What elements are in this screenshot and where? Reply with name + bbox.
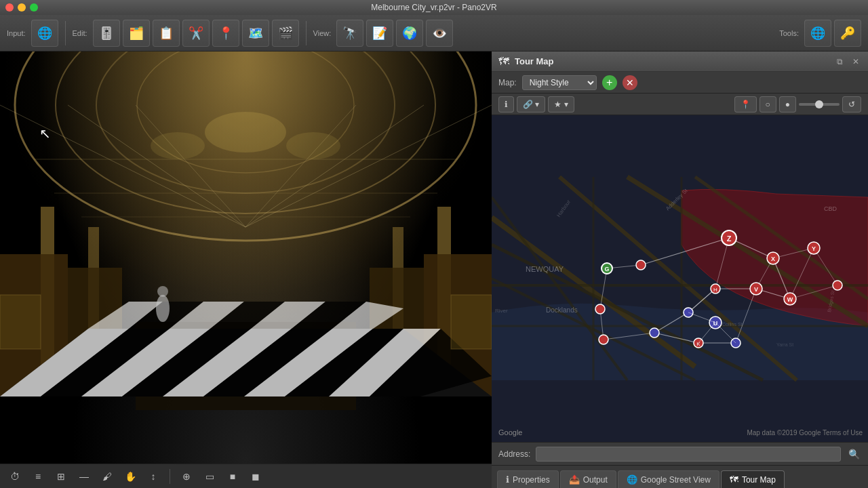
viewer-drag-btn[interactable]: — xyxy=(75,467,94,486)
svg-rect-18 xyxy=(68,268,122,396)
map-background: NEWQUAY Docklands River CBD G xyxy=(492,115,868,442)
svg-rect-13 xyxy=(41,207,54,396)
map-link-btn[interactable]: 🔗 ▾ xyxy=(517,96,545,113)
properties-tabs: ℹ Properties 📤 Output 🌐 Google Street Vi… xyxy=(492,465,868,488)
svg-text:X: X xyxy=(771,256,775,262)
map-pin-btn[interactable]: 📍 xyxy=(734,96,757,113)
edit-btn-2[interactable]: 🗂️ xyxy=(123,20,150,47)
input-label: Input: xyxy=(7,29,26,37)
svg-point-26 xyxy=(205,112,286,152)
address-bar: Address: 🔍 xyxy=(492,442,868,465)
input-btn-1[interactable]: 🌐 xyxy=(31,20,58,47)
viewer-hand-btn[interactable]: ✋ xyxy=(121,467,140,486)
viewer-brush-btn[interactable]: 🖌 xyxy=(98,467,117,486)
svg-text:U: U xyxy=(713,320,718,327)
google-watermark: Google xyxy=(498,428,522,436)
map-controls: Map: Night Style + ✕ xyxy=(492,72,868,94)
pano-background: ↖ xyxy=(0,52,492,464)
address-label: Address: xyxy=(498,449,530,459)
tour-map-close-btn[interactable]: ✕ xyxy=(850,56,861,67)
view-btn-3[interactable]: 🌍 xyxy=(396,20,423,47)
edit-btn-7[interactable]: 🎬 xyxy=(272,20,299,47)
svg-text:W: W xyxy=(787,296,793,303)
viewer-list-btn[interactable]: ≡ xyxy=(28,467,47,486)
svg-text:V: V xyxy=(754,286,758,293)
view-btn-4[interactable]: 👁️ xyxy=(426,20,453,47)
map-terms: Map data ©2019 Google Terms of Use xyxy=(747,429,863,436)
map-reset-btn[interactable]: ↺ xyxy=(842,96,861,113)
map-info-btn[interactable]: ℹ xyxy=(498,96,514,113)
arcade-glow xyxy=(0,52,492,299)
sep-1 xyxy=(65,21,66,45)
viewer-crosshair-btn[interactable]: ⊕ xyxy=(177,467,196,486)
svg-text:NEWQUAY: NEWQUAY xyxy=(526,265,564,273)
map-add-button[interactable]: + xyxy=(602,75,617,90)
svg-line-4 xyxy=(0,105,245,227)
map-icon-bar: ℹ 🔗 ▾ ★ ▾ 📍 ○ ● ↺ xyxy=(492,94,868,115)
properties-icon: ℹ xyxy=(506,474,509,485)
viewer-fill-btn[interactable]: ■ xyxy=(223,467,242,486)
maximize-button[interactable] xyxy=(30,3,38,12)
svg-text:Z: Z xyxy=(727,235,732,243)
tour-map-restore-btn[interactable]: ⧉ xyxy=(834,56,845,67)
svg-rect-21 xyxy=(136,322,356,410)
close-button[interactable] xyxy=(5,3,14,12)
tab-tour-map[interactable]: 🗺 Tour Map xyxy=(721,470,785,488)
viewer-move-btn[interactable]: ↕ xyxy=(144,467,163,486)
tools-btn-1[interactable]: 🌐 xyxy=(804,20,831,47)
viewer-sync-btn[interactable]: ⏱ xyxy=(5,467,24,486)
tab-properties[interactable]: ℹ Properties xyxy=(497,470,559,488)
svg-point-81 xyxy=(599,335,608,344)
edit-btn-4[interactable]: ✂️ xyxy=(182,20,210,47)
view-btn-2[interactable]: 📝 xyxy=(366,20,393,47)
titlebar: Melbourne City_vr.p2vr - Pano2VR xyxy=(0,0,868,15)
edit-btn-3[interactable]: 📋 xyxy=(153,20,180,47)
gsv-icon: 🌐 xyxy=(627,474,637,485)
tools-btn-2[interactable]: 🔑 xyxy=(834,20,861,47)
svg-point-80 xyxy=(595,304,605,314)
svg-rect-20 xyxy=(370,268,424,396)
map-dot-btn[interactable]: ● xyxy=(779,96,796,113)
map-zoom-thumb xyxy=(815,100,823,108)
svg-rect-14 xyxy=(88,227,99,396)
address-search-button[interactable]: 🔍 xyxy=(846,447,861,462)
map-zoom-slider[interactable] xyxy=(799,103,840,106)
edit-btn-1[interactable]: 🎚️ xyxy=(93,20,120,47)
map-star-btn[interactable]: ★ ▾ xyxy=(548,96,574,113)
pano-cursor: ↖ xyxy=(39,125,51,142)
svg-rect-24 xyxy=(0,295,41,349)
svg-rect-25 xyxy=(451,295,492,349)
viewer-rect-btn[interactable]: ▭ xyxy=(200,467,219,486)
svg-point-27 xyxy=(151,132,205,159)
svg-text:Yarra St: Yarra St xyxy=(776,342,793,347)
svg-line-7 xyxy=(245,105,492,227)
tour-map-header: 🗺 Tour Map ⧉ ✕ xyxy=(492,52,868,72)
tab-google-street-view[interactable]: 🌐 Google Street View xyxy=(618,470,719,488)
map-circle-btn[interactable]: ○ xyxy=(760,96,776,113)
viewer-hotspot-btn[interactable]: ◼ xyxy=(246,467,265,486)
svg-point-68 xyxy=(636,260,646,270)
svg-rect-17 xyxy=(0,254,68,396)
address-input[interactable] xyxy=(536,447,841,462)
map-style-select[interactable]: Night Style xyxy=(522,75,597,90)
map-remove-button[interactable]: ✕ xyxy=(623,75,637,90)
svg-point-3 xyxy=(137,52,354,173)
tab-output[interactable]: 📤 Output xyxy=(560,470,616,488)
svg-rect-15 xyxy=(437,207,451,396)
edit-btn-5[interactable]: 📍 xyxy=(212,20,239,47)
pano-viewer[interactable]: ↖ xyxy=(0,52,492,464)
svg-rect-16 xyxy=(393,227,403,396)
map-container[interactable]: NEWQUAY Docklands River CBD G xyxy=(492,115,868,442)
edit-btn-6[interactable]: 🗺️ xyxy=(242,20,269,47)
minimize-button[interactable] xyxy=(18,3,26,12)
tools-label: Tools: xyxy=(779,29,799,37)
pano-interior: ↖ xyxy=(0,52,492,464)
main-area: ↖ ⏱ ≡ ⊞ — 🖌 ✋ ↕ ⊕ ▭ ■ ◼ 🗺 Tour Map ⧉ ✕ xyxy=(0,52,868,488)
view-tools: 🔭 📝 🌍 👁️ xyxy=(336,20,453,47)
view-btn-1[interactable]: 🔭 xyxy=(336,20,363,47)
viewer-grid-btn[interactable]: ⊞ xyxy=(52,467,71,486)
edit-label: Edit: xyxy=(73,29,87,37)
map-svg: NEWQUAY Docklands River CBD G xyxy=(492,115,868,442)
sep-2 xyxy=(306,21,307,45)
tour-map-tab-icon: 🗺 xyxy=(730,474,738,485)
